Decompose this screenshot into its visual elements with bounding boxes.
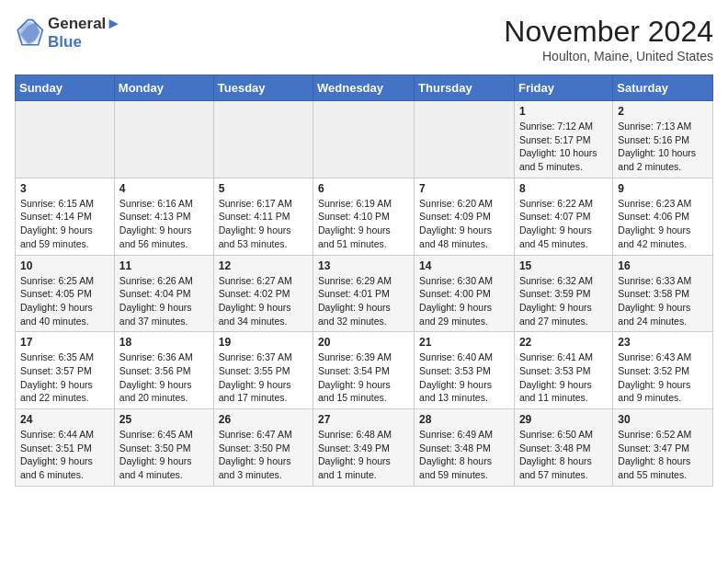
day-info: Sunrise: 6:23 AM Sunset: 4:06 PM Dayligh… bbox=[618, 197, 708, 251]
calendar-day-cell bbox=[16, 101, 115, 178]
header: General► Blue November 2024 Houlton, Mai… bbox=[15, 15, 713, 63]
day-info: Sunrise: 6:26 AM Sunset: 4:04 PM Dayligh… bbox=[119, 274, 209, 328]
calendar-day-cell: 1Sunrise: 7:12 AM Sunset: 5:17 PM Daylig… bbox=[514, 101, 612, 178]
calendar-day-cell bbox=[114, 101, 213, 178]
logo: General► Blue bbox=[15, 15, 121, 52]
calendar-day-cell: 3Sunrise: 6:15 AM Sunset: 4:14 PM Daylig… bbox=[16, 178, 115, 255]
day-info: Sunrise: 6:25 AM Sunset: 4:05 PM Dayligh… bbox=[20, 274, 109, 328]
calendar-day-header: Friday bbox=[514, 75, 612, 101]
calendar-day-cell: 20Sunrise: 6:39 AM Sunset: 3:54 PM Dayli… bbox=[313, 332, 415, 409]
calendar-week-row: 17Sunrise: 6:35 AM Sunset: 3:57 PM Dayli… bbox=[16, 332, 713, 409]
calendar-day-cell: 21Sunrise: 6:40 AM Sunset: 3:53 PM Dayli… bbox=[415, 332, 515, 409]
calendar-day-header: Thursday bbox=[415, 75, 515, 101]
day-number: 23 bbox=[618, 336, 708, 349]
day-info: Sunrise: 6:50 AM Sunset: 3:48 PM Dayligh… bbox=[519, 428, 608, 482]
calendar-week-row: 10Sunrise: 6:25 AM Sunset: 4:05 PM Dayli… bbox=[16, 255, 713, 332]
day-info: Sunrise: 6:41 AM Sunset: 3:53 PM Dayligh… bbox=[519, 350, 608, 405]
calendar-day-cell: 13Sunrise: 6:29 AM Sunset: 4:01 PM Dayli… bbox=[313, 255, 415, 332]
day-number: 7 bbox=[419, 182, 509, 195]
calendar-day-cell: 27Sunrise: 6:48 AM Sunset: 3:49 PM Dayli… bbox=[313, 409, 415, 487]
calendar-day-cell: 8Sunrise: 6:22 AM Sunset: 4:07 PM Daylig… bbox=[514, 178, 612, 255]
day-info: Sunrise: 6:35 AM Sunset: 3:57 PM Dayligh… bbox=[20, 350, 109, 405]
day-number: 6 bbox=[318, 182, 409, 195]
day-number: 30 bbox=[618, 413, 708, 426]
day-info: Sunrise: 6:47 AM Sunset: 3:50 PM Dayligh… bbox=[219, 428, 308, 482]
day-info: Sunrise: 6:48 AM Sunset: 3:49 PM Dayligh… bbox=[318, 428, 409, 482]
day-number: 21 bbox=[419, 336, 509, 349]
calendar-week-row: 1Sunrise: 7:12 AM Sunset: 5:17 PM Daylig… bbox=[16, 101, 713, 178]
day-number: 28 bbox=[419, 413, 509, 426]
calendar-table: SundayMondayTuesdayWednesdayThursdayFrid… bbox=[15, 75, 713, 487]
day-info: Sunrise: 6:36 AM Sunset: 3:56 PM Dayligh… bbox=[119, 350, 209, 405]
calendar-day-header: Sunday bbox=[16, 75, 115, 101]
calendar-day-cell: 2Sunrise: 7:13 AM Sunset: 5:16 PM Daylig… bbox=[613, 101, 713, 178]
day-info: Sunrise: 6:43 AM Sunset: 3:52 PM Dayligh… bbox=[618, 350, 708, 405]
calendar-day-cell: 29Sunrise: 6:50 AM Sunset: 3:48 PM Dayli… bbox=[514, 409, 612, 487]
day-number: 29 bbox=[519, 413, 608, 426]
day-info: Sunrise: 6:44 AM Sunset: 3:51 PM Dayligh… bbox=[20, 428, 109, 482]
day-number: 15 bbox=[519, 259, 608, 272]
day-number: 17 bbox=[20, 336, 109, 349]
day-info: Sunrise: 6:29 AM Sunset: 4:01 PM Dayligh… bbox=[318, 274, 409, 328]
calendar-day-cell: 12Sunrise: 6:27 AM Sunset: 4:02 PM Dayli… bbox=[213, 255, 313, 332]
calendar-day-header: Monday bbox=[114, 75, 213, 101]
calendar-week-row: 24Sunrise: 6:44 AM Sunset: 3:51 PM Dayli… bbox=[16, 409, 713, 487]
calendar-day-cell: 10Sunrise: 6:25 AM Sunset: 4:05 PM Dayli… bbox=[16, 255, 115, 332]
calendar-day-cell: 24Sunrise: 6:44 AM Sunset: 3:51 PM Dayli… bbox=[16, 409, 115, 487]
day-number: 12 bbox=[219, 259, 308, 272]
calendar-day-cell: 11Sunrise: 6:26 AM Sunset: 4:04 PM Dayli… bbox=[114, 255, 213, 332]
calendar-day-cell: 22Sunrise: 6:41 AM Sunset: 3:53 PM Dayli… bbox=[514, 332, 612, 409]
calendar-day-cell: 23Sunrise: 6:43 AM Sunset: 3:52 PM Dayli… bbox=[613, 332, 713, 409]
calendar-day-cell: 15Sunrise: 6:32 AM Sunset: 3:59 PM Dayli… bbox=[514, 255, 612, 332]
day-info: Sunrise: 6:16 AM Sunset: 4:13 PM Dayligh… bbox=[119, 197, 209, 251]
day-info: Sunrise: 6:32 AM Sunset: 3:59 PM Dayligh… bbox=[519, 274, 608, 328]
day-info: Sunrise: 6:15 AM Sunset: 4:14 PM Dayligh… bbox=[20, 197, 109, 251]
day-number: 18 bbox=[119, 336, 209, 349]
calendar-day-header: Saturday bbox=[613, 75, 713, 101]
day-info: Sunrise: 6:27 AM Sunset: 4:02 PM Dayligh… bbox=[219, 274, 308, 328]
day-number: 10 bbox=[20, 259, 109, 272]
title-area: November 2024 Houlton, Maine, United Sta… bbox=[504, 15, 713, 63]
day-number: 9 bbox=[618, 182, 708, 195]
day-number: 13 bbox=[318, 259, 409, 272]
calendar-body: 1Sunrise: 7:12 AM Sunset: 5:17 PM Daylig… bbox=[16, 101, 713, 487]
day-info: Sunrise: 6:40 AM Sunset: 3:53 PM Dayligh… bbox=[419, 350, 509, 405]
logo-icon bbox=[15, 18, 44, 48]
calendar-day-cell: 17Sunrise: 6:35 AM Sunset: 3:57 PM Dayli… bbox=[16, 332, 115, 409]
day-info: Sunrise: 6:39 AM Sunset: 3:54 PM Dayligh… bbox=[318, 350, 409, 405]
day-info: Sunrise: 6:52 AM Sunset: 3:47 PM Dayligh… bbox=[618, 428, 708, 482]
day-number: 2 bbox=[618, 105, 708, 118]
calendar-day-cell: 18Sunrise: 6:36 AM Sunset: 3:56 PM Dayli… bbox=[114, 332, 213, 409]
month-year-title: November 2024 bbox=[504, 15, 713, 49]
day-info: Sunrise: 6:22 AM Sunset: 4:07 PM Dayligh… bbox=[519, 197, 608, 251]
day-number: 24 bbox=[20, 413, 109, 426]
day-info: Sunrise: 6:37 AM Sunset: 3:55 PM Dayligh… bbox=[219, 350, 308, 405]
calendar-day-cell: 19Sunrise: 6:37 AM Sunset: 3:55 PM Dayli… bbox=[213, 332, 313, 409]
calendar-day-cell bbox=[415, 101, 515, 178]
calendar-day-cell: 30Sunrise: 6:52 AM Sunset: 3:47 PM Dayli… bbox=[613, 409, 713, 487]
day-info: Sunrise: 6:20 AM Sunset: 4:09 PM Dayligh… bbox=[419, 197, 509, 251]
day-number: 11 bbox=[119, 259, 209, 272]
day-info: Sunrise: 6:49 AM Sunset: 3:48 PM Dayligh… bbox=[419, 428, 509, 482]
day-info: Sunrise: 6:30 AM Sunset: 4:00 PM Dayligh… bbox=[419, 274, 509, 328]
calendar-day-cell: 7Sunrise: 6:20 AM Sunset: 4:09 PM Daylig… bbox=[415, 178, 515, 255]
day-number: 26 bbox=[219, 413, 308, 426]
day-number: 14 bbox=[419, 259, 509, 272]
calendar-day-cell bbox=[213, 101, 313, 178]
calendar-day-cell: 16Sunrise: 6:33 AM Sunset: 3:58 PM Dayli… bbox=[613, 255, 713, 332]
calendar-day-cell: 28Sunrise: 6:49 AM Sunset: 3:48 PM Dayli… bbox=[415, 409, 515, 487]
day-info: Sunrise: 6:45 AM Sunset: 3:50 PM Dayligh… bbox=[119, 428, 209, 482]
day-number: 1 bbox=[519, 105, 608, 118]
day-info: Sunrise: 6:17 AM Sunset: 4:11 PM Dayligh… bbox=[219, 197, 308, 251]
day-number: 5 bbox=[219, 182, 308, 195]
calendar-day-header: Tuesday bbox=[213, 75, 313, 101]
day-number: 16 bbox=[618, 259, 708, 272]
calendar-day-cell: 6Sunrise: 6:19 AM Sunset: 4:10 PM Daylig… bbox=[313, 178, 415, 255]
calendar-day-cell: 9Sunrise: 6:23 AM Sunset: 4:06 PM Daylig… bbox=[613, 178, 713, 255]
day-number: 19 bbox=[219, 336, 308, 349]
day-info: Sunrise: 7:12 AM Sunset: 5:17 PM Dayligh… bbox=[519, 120, 608, 174]
calendar-day-cell: 4Sunrise: 6:16 AM Sunset: 4:13 PM Daylig… bbox=[114, 178, 213, 255]
calendar-day-cell: 25Sunrise: 6:45 AM Sunset: 3:50 PM Dayli… bbox=[114, 409, 213, 487]
day-number: 3 bbox=[20, 182, 109, 195]
day-number: 22 bbox=[519, 336, 608, 349]
